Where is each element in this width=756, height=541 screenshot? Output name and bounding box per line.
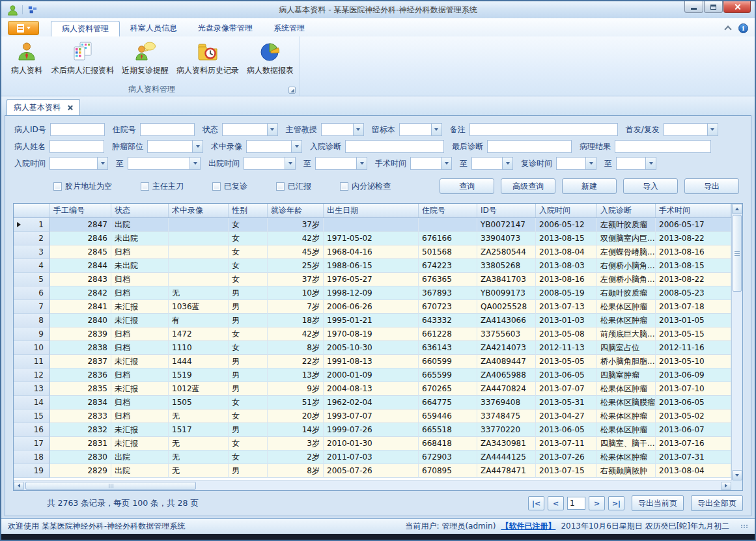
table-row[interactable]: 62842归档无男10岁1998-12-09367893YB0099173200…	[14, 286, 731, 300]
tab-patient-basic-info[interactable]: 病人基本资料	[7, 99, 80, 115]
scroll-right-icon[interactable]	[721, 482, 731, 490]
app-logo-icon[interactable]	[7, 4, 18, 16]
table-row[interactable]: 132835未汇报1012蓝男9岁2004-08-13670265ZA44708…	[14, 382, 731, 396]
collapse-ribbon-icon[interactable]	[724, 25, 731, 33]
scroll-left-icon[interactable]	[14, 482, 24, 490]
dropdown-arrow-icon[interactable]	[97, 158, 107, 169]
minimize-button[interactable]	[684, 1, 703, 13]
ribbon-button[interactable]: 病人资料	[7, 38, 47, 77]
dropdown-arrow-icon[interactable]	[431, 124, 441, 135]
dropdown-field[interactable]	[664, 123, 718, 136]
dropdown-arrow-icon[interactable]	[502, 158, 512, 169]
next-page-button[interactable]: >	[589, 496, 605, 510]
column-header[interactable]: 出生日期	[324, 204, 419, 217]
dropdown-arrow-icon[interactable]	[707, 124, 718, 135]
ribbon-button[interactable]: 病人资料历史记录	[173, 38, 242, 77]
dropdown-field[interactable]	[222, 123, 278, 136]
dropdown-arrow-icon[interactable]	[291, 141, 301, 152]
software-registered-link[interactable]: 【软件已注册】	[501, 521, 555, 532]
horizontal-scrollbar[interactable]	[14, 480, 731, 490]
filter-checkbox[interactable]: 胶片地址为空	[53, 181, 112, 192]
table-row[interactable]: 12847出院女37岁YB00721472006-05-12左额叶胶质瘤2006…	[14, 218, 731, 232]
dropdown-arrow-icon[interactable]	[441, 158, 451, 169]
text-input[interactable]	[345, 140, 444, 153]
dropdown-field[interactable]	[246, 140, 302, 153]
column-header[interactable]: 状态	[111, 204, 169, 217]
maximize-button[interactable]	[704, 1, 723, 13]
dropdown-field[interactable]	[321, 123, 364, 136]
dropdown-arrow-icon[interactable]	[645, 158, 656, 169]
dropdown-field[interactable]	[410, 157, 452, 170]
table-row[interactable]: 162832未汇报1517男14岁1999-07-266655183377022…	[14, 423, 731, 437]
column-header[interactable]: 就诊年龄	[268, 204, 324, 217]
table-row[interactable]: 42844未出院女25岁1988-06-15674223338052682013…	[14, 259, 731, 273]
resize-grip[interactable]	[741, 525, 748, 528]
action-button[interactable]: 导出	[684, 178, 739, 194]
table-row[interactable]: 72841未汇报1036蓝男7岁2006-06-26670723QA002552…	[14, 300, 731, 314]
table-row[interactable]: 22846未出院女42岁1971-05-02676166339040732013…	[14, 232, 731, 245]
ribbon-button[interactable]: 病人数据报表	[244, 38, 297, 77]
table-row[interactable]: 32845归档女45岁1968-04-16501568ZA25805442013…	[14, 245, 731, 259]
ribbon-button[interactable]: 术后病人汇报资料	[48, 38, 117, 77]
dropdown-arrow-icon[interactable]	[267, 124, 277, 135]
table-row[interactable]: 192829出院无男8岁2005-07-26670895ZA4478471201…	[14, 464, 731, 478]
scroll-up-icon[interactable]	[732, 204, 742, 214]
dropdown-field[interactable]	[556, 157, 596, 170]
export-all-pages-button[interactable]: 导出全部页	[691, 495, 743, 511]
ribbon-tab[interactable]: 系统管理	[263, 21, 315, 36]
help-info-icon[interactable]: i	[738, 23, 748, 33]
table-row[interactable]: 172831未汇报无女3岁2010-01-30668418ZA343098120…	[14, 437, 731, 451]
action-button[interactable]: 新建	[562, 178, 617, 194]
column-header[interactable]: 住院号	[419, 204, 477, 217]
vertical-scrollbar[interactable]	[731, 204, 742, 480]
column-header[interactable]: 性别	[229, 204, 268, 217]
table-row[interactable]: 142834归档1505女51岁1962-02-0466477533769408…	[14, 396, 731, 409]
column-header[interactable]: 术中录像	[169, 204, 229, 217]
dropdown-arrow-icon[interactable]	[353, 124, 363, 135]
dialog-launcher-icon[interactable]	[288, 87, 296, 94]
dropdown-arrow-icon[interactable]	[189, 158, 200, 169]
scroll-down-icon[interactable]	[732, 470, 742, 480]
dropdown-field[interactable]	[399, 123, 442, 136]
dropdown-field[interactable]	[147, 140, 203, 153]
first-page-button[interactable]: |<	[528, 496, 544, 510]
dropdown-arrow-icon[interactable]	[192, 141, 203, 152]
ribbon-tab[interactable]: 病人资料管理	[51, 21, 120, 36]
action-button[interactable]: 高级查询	[501, 178, 555, 194]
dropdown-field[interactable]	[471, 157, 513, 170]
table-row[interactable]: 152833归档无女20岁1993-07-0765944633748475201…	[14, 409, 731, 423]
column-header[interactable]: ID号	[477, 204, 536, 217]
text-input[interactable]	[140, 123, 195, 136]
dropdown-field[interactable]	[616, 157, 656, 170]
export-current-page-button[interactable]: 导出当前页	[632, 495, 684, 511]
column-header[interactable]: 手术时间	[656, 204, 731, 217]
tab-close-icon[interactable]	[67, 105, 73, 111]
dropdown-field[interactable]	[49, 157, 108, 170]
dropdown-arrow-icon[interactable]	[585, 158, 596, 169]
action-button[interactable]: 查询	[440, 178, 494, 194]
dropdown-arrow-icon[interactable]	[285, 158, 295, 169]
layout-squares-icon[interactable]	[27, 4, 38, 16]
column-header[interactable]: 入院时间	[536, 204, 597, 217]
filter-checkbox[interactable]: 已汇报	[276, 181, 311, 192]
close-button[interactable]	[723, 1, 751, 13]
action-button[interactable]: 导入	[623, 178, 678, 194]
dropdown-field[interactable]	[244, 157, 296, 170]
vscroll-thumb[interactable]	[733, 215, 742, 292]
prev-page-button[interactable]: <	[548, 496, 564, 510]
table-row[interactable]: 92839归档1472女42岁1970-08-19661228337556032…	[14, 327, 731, 341]
column-header[interactable]: 入院诊断	[597, 204, 656, 217]
text-input[interactable]	[615, 140, 711, 153]
text-input[interactable]	[469, 123, 618, 136]
application-menu-button[interactable]	[8, 21, 39, 35]
ribbon-tab[interactable]: 科室人员信息	[120, 21, 188, 36]
ribbon-tab[interactable]: 光盘录像带管理	[188, 21, 263, 36]
filter-checkbox[interactable]: 内分泌检查	[340, 181, 391, 192]
dropdown-field[interactable]	[315, 157, 367, 170]
table-row[interactable]: 122836归档1519男13岁2000-01-09665599ZA406598…	[14, 368, 731, 382]
ribbon-button[interactable]: 近期复诊提醒	[119, 38, 172, 77]
text-input[interactable]	[49, 140, 104, 153]
column-header[interactable]: 手工编号	[50, 204, 111, 217]
text-input[interactable]	[50, 123, 105, 136]
filter-checkbox[interactable]: 主任主刀	[141, 181, 184, 192]
